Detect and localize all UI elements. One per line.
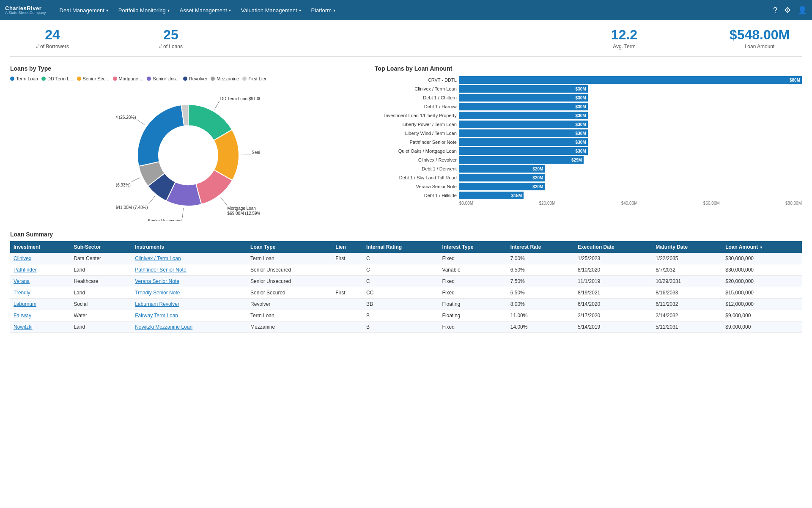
investment-cell[interactable]: Clinivex (10, 253, 70, 264)
instruments-cell[interactable]: Pathfinder Senior Note (132, 264, 247, 276)
maturity-cell: 1/22/2035 (652, 253, 722, 264)
lien-cell (332, 299, 363, 310)
bar-row: Liberty Power / Term Loan$30M (375, 121, 802, 128)
bar-label: Liberty Power / Term Loan (375, 122, 459, 127)
bar-track: $20M (459, 174, 802, 181)
table-header[interactable]: Interest Type (439, 241, 507, 253)
table-header[interactable]: Lien (332, 241, 363, 253)
bar-track: $80M (459, 76, 802, 84)
interest-rate-cell: 6.50% (507, 264, 574, 276)
gear-icon[interactable]: ⚙ (784, 5, 791, 15)
logo-subtitle: A State Street Company (5, 11, 46, 15)
loan-type-cell: Term Loan (247, 310, 332, 321)
table-row: LaburnumSocialLaburnam RevolverRevolverB… (10, 299, 802, 310)
svg-text:DD Term Loan $91.00M (16.61%): DD Term Loan $91.00M (16.61%) (220, 96, 260, 101)
interest-type-cell: Variable (439, 264, 507, 276)
sub-sector-cell: Land (70, 321, 132, 333)
instruments-cell[interactable]: Trendly Senior Note (132, 287, 247, 299)
bar-fill: $15M (459, 192, 524, 199)
exec-date-cell: 6/14/2020 (574, 299, 652, 310)
rating-cell: BB (363, 299, 439, 310)
nav-asset-management[interactable]: Asset Management ▾ (180, 7, 231, 14)
bar-label: Debt 1 / Hillside (375, 193, 459, 198)
table-header[interactable]: Loan Type (247, 241, 332, 253)
investment-cell[interactable]: Pathfinder (10, 264, 70, 276)
table-row: TrendlyLandTrendly Senior NoteSenior Sec… (10, 287, 802, 299)
maturity-cell: 5/11/2031 (652, 321, 722, 333)
sub-sector-cell: Land (70, 287, 132, 299)
investment-cell[interactable]: Verana (10, 276, 70, 287)
investment-cell[interactable]: Trendly (10, 287, 70, 299)
svg-line-0 (214, 101, 219, 110)
axis-label: $60.00M (703, 201, 720, 206)
bar-label: Quiet Oaks / Mortgage Loan (375, 148, 459, 154)
bar-axis: $0.00M$20.00M$40.00M$60.00M$80.00M (459, 201, 802, 206)
interest-rate-cell: 11.00% (507, 310, 574, 321)
instruments-cell[interactable]: Clinivex / Term Loan (132, 253, 247, 264)
table-header[interactable]: Sub-Sector (70, 241, 132, 253)
bar-fill: $20M (459, 165, 545, 173)
maturity-cell: 8/7/2032 (652, 264, 722, 276)
table-header[interactable]: Interest Rate (507, 241, 574, 253)
table-header[interactable]: Loan Amount ▼ (722, 241, 802, 253)
bar-track: $15M (459, 192, 802, 199)
stat-avg-term-value: 12.2 (582, 27, 667, 43)
table-header[interactable]: Internal Rating (363, 241, 439, 253)
bar-fill: $30M (459, 129, 588, 137)
logo[interactable]: CharlesRiver A State Street Company (5, 5, 46, 15)
top-loans-title: Top Loans by Loan Amount (375, 65, 802, 72)
nav-valuation-management[interactable]: Valuation Management ▾ (241, 7, 301, 14)
bar-track: $30M (459, 94, 802, 102)
loans-by-type-title: Loans by Type (10, 65, 366, 72)
svg-text:Revolver $41.00M (7.48%): Revolver $41.00M (7.48%) (116, 205, 148, 210)
bar-value-label: $20M (532, 167, 543, 171)
bar-label: Debt 1 / Harrow (375, 104, 459, 109)
investment-cell[interactable]: Laburnum (10, 299, 70, 310)
bar-fill: $80M (459, 76, 802, 84)
interest-type-cell: Floating (439, 299, 507, 310)
user-icon[interactable]: 👤 (798, 5, 807, 15)
investment-cell[interactable]: Nowitzki (10, 321, 70, 333)
bar-label: Debt 1 / Derwent (375, 166, 459, 171)
maturity-cell: 2/14/2032 (652, 310, 722, 321)
nav-platform[interactable]: Platform ▾ (311, 7, 335, 14)
bar-value-label: $20M (532, 176, 543, 180)
instruments-cell[interactable]: Nowitzki Mezzanine Loan (132, 321, 247, 333)
lien-cell (332, 264, 363, 276)
help-icon[interactable]: ? (773, 6, 777, 15)
legend-item: First Lien (242, 76, 267, 81)
axis-label: $20.00M (539, 201, 555, 206)
bar-value-label: $30M (576, 122, 586, 127)
nav-deal-management[interactable]: Deal Management ▾ (60, 7, 108, 14)
bar-value-label: $30M (576, 87, 586, 91)
bar-fill: $30M (459, 85, 588, 93)
svg-text:Senior Unsecured$62.00M (11.31: Senior Unsecured$62.00M (11.31%) (147, 219, 181, 221)
table-header[interactable]: Investment (10, 241, 70, 253)
bar-row: Debt 1 / Derwent$20M (375, 165, 802, 173)
loan-summary-title: Loan Summary (10, 231, 802, 238)
interest-type-cell: Floating (439, 310, 507, 321)
rating-cell: C (363, 276, 439, 287)
bar-value-label: $30M (576, 131, 586, 136)
table-header[interactable]: Execution Date (574, 241, 652, 253)
bar-label: Clinivex / Term Loan (375, 86, 459, 91)
donut-chart: DD Term Loan $91.00M (16.61%)Senior Secu… (116, 85, 260, 221)
investment-cell[interactable]: Fairway (10, 310, 70, 321)
exec-date-cell: 5/14/2019 (574, 321, 652, 333)
bar-row: Debt 1 / Chiltern$30M (375, 94, 802, 102)
chevron-down-icon: ▾ (229, 8, 231, 13)
bar-track: $20M (459, 183, 802, 190)
instruments-cell[interactable]: Fairway Term Loan (132, 310, 247, 321)
instruments-cell[interactable]: Laburnam Revolver (132, 299, 247, 310)
bar-track: $30M (459, 147, 802, 155)
bar-track: $29M (459, 156, 802, 164)
bar-fill: $29M (459, 156, 584, 164)
interest-rate-cell: 14.00% (507, 321, 574, 333)
table-header[interactable]: Instruments (132, 241, 247, 253)
nav-portfolio-monitoring[interactable]: Portfolio Monitoring ▾ (118, 7, 170, 14)
exec-date-cell: 11/1/2019 (574, 276, 652, 287)
table-header[interactable]: Maturity Date (652, 241, 722, 253)
axis-label: $0.00M (459, 201, 473, 206)
instruments-cell[interactable]: Verana Senior Note (132, 276, 247, 287)
svg-line-4 (220, 197, 226, 205)
